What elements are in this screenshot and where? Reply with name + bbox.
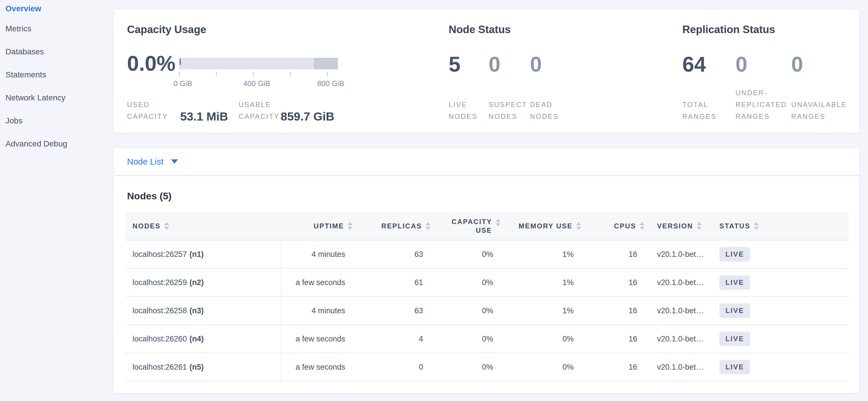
node-status-stat: 0SUSPECTNODES bbox=[489, 54, 530, 122]
table-row: localhost:26257(n1)4 minutes630%1%16v20.… bbox=[126, 240, 848, 268]
capacity-axis-label: 400 GiB bbox=[243, 79, 270, 88]
memory-use-cell: 0% bbox=[509, 353, 587, 381]
nodes-count-title: Nodes (5) bbox=[114, 176, 859, 202]
column-header-capacity-use[interactable]: CAPACITYUSE bbox=[434, 212, 509, 240]
sort-down-icon bbox=[576, 227, 581, 230]
sort-icon[interactable] bbox=[347, 222, 353, 230]
capacity-use-cell: 0% bbox=[434, 296, 509, 325]
memory-use-cell: 1% bbox=[509, 268, 587, 296]
node-address-cell[interactable]: localhost:26258(n3) bbox=[126, 296, 281, 325]
node-address-cell[interactable]: localhost:26261(n5) bbox=[126, 353, 281, 381]
column-header-nodes[interactable]: NODES bbox=[126, 212, 281, 240]
node-address-cell[interactable]: localhost:26257(n1) bbox=[126, 240, 281, 268]
node-list-selector-card: Node List bbox=[114, 148, 860, 175]
node-address-cell[interactable]: localhost:26259(n2) bbox=[126, 268, 281, 296]
replication-stat-value: 0 bbox=[736, 54, 791, 75]
capacity-used-marker bbox=[180, 59, 181, 65]
caret-down-icon[interactable] bbox=[171, 160, 178, 164]
cpus-cell: 16 bbox=[587, 296, 648, 325]
sort-icon[interactable] bbox=[754, 222, 759, 230]
column-header-inner: CPUS bbox=[587, 222, 645, 230]
node-address: localhost:26257 bbox=[132, 250, 187, 259]
column-header-memory-use[interactable]: MEMORY USE bbox=[509, 212, 587, 240]
replicas-cell: 63 bbox=[355, 296, 434, 325]
memory-use-cell: 1% bbox=[509, 240, 587, 268]
node-list-dropdown[interactable]: Node List bbox=[127, 157, 163, 167]
status-badge: LIVE bbox=[719, 304, 750, 318]
sort-icon[interactable] bbox=[640, 222, 645, 230]
sidebar-item-jobs[interactable]: Jobs bbox=[0, 109, 109, 132]
capacity-stat-value: 859.7 GiB bbox=[281, 110, 334, 123]
column-header-replicas[interactable]: REPLICAS bbox=[355, 212, 434, 240]
cpus-cell: 16 bbox=[587, 240, 648, 268]
version-cell: v20.1.0-bet… bbox=[648, 268, 713, 296]
replication-stat-label: TOTALRANGES bbox=[682, 99, 736, 122]
sort-down-icon bbox=[754, 227, 759, 230]
status-cell: LIVE bbox=[713, 325, 848, 353]
node-status-stat-label: LIVENODES bbox=[449, 99, 489, 122]
sidebar-item-databases[interactable]: Databases bbox=[0, 40, 109, 63]
stat-label-line: NODES bbox=[489, 111, 530, 122]
node-address-cell[interactable]: localhost:26260(n4) bbox=[126, 325, 281, 353]
sort-down-icon bbox=[697, 227, 702, 230]
uptime-cell: 4 minutes bbox=[281, 296, 355, 325]
sort-icon[interactable] bbox=[576, 222, 581, 230]
replication-stat: 0UNAVAILABLERANGES bbox=[791, 54, 868, 122]
table-row: localhost:26260(n4)a few seconds40%0%16v… bbox=[126, 325, 848, 353]
status-cell: LIVE bbox=[713, 296, 848, 325]
stat-label-line: NODES bbox=[530, 111, 605, 122]
column-header-label: VERSION bbox=[657, 222, 693, 230]
sidebar-item-overview[interactable]: Overview bbox=[0, 0, 109, 17]
sort-icon[interactable] bbox=[164, 222, 169, 230]
node-id: (n2) bbox=[189, 278, 204, 287]
capacity-use-cell: 0% bbox=[434, 325, 509, 353]
column-header-inner: STATUS bbox=[719, 222, 848, 230]
column-header-status[interactable]: STATUS bbox=[713, 212, 848, 240]
sort-down-icon bbox=[164, 227, 169, 230]
sort-down-icon bbox=[425, 227, 431, 230]
sort-icon[interactable] bbox=[496, 219, 501, 226]
capacity-usage-bar bbox=[179, 58, 338, 69]
replicas-cell: 4 bbox=[355, 325, 434, 353]
sort-down-icon bbox=[640, 227, 645, 230]
table-row: localhost:26259(n2)a few seconds610%1%16… bbox=[126, 268, 848, 296]
sidebar-item-statements[interactable]: Statements bbox=[0, 63, 109, 86]
node-status-stat: 0DEADNODES bbox=[530, 54, 605, 122]
nodes-table: NODESUPTIMEREPLICASCAPACITYUSEMEMORY USE… bbox=[126, 212, 848, 381]
stat-label-line: CAPACITY bbox=[239, 111, 281, 122]
capacity-stats: USEDCAPACITY53.1 MiBUSABLECAPACITY859.7 … bbox=[127, 99, 334, 122]
node-address: localhost:26259 bbox=[132, 278, 187, 287]
capacity-use-cell: 0% bbox=[434, 268, 509, 296]
column-header-label-line: USE bbox=[452, 226, 492, 235]
table-row: localhost:26258(n3)4 minutes630%1%16v20.… bbox=[126, 296, 848, 325]
capacity-used-percent: 0.0% bbox=[127, 53, 176, 74]
sort-icon[interactable] bbox=[425, 222, 431, 230]
column-header-label-line: REPLICAS bbox=[381, 222, 422, 230]
capacity-stat-value: 53.1 MiB bbox=[180, 110, 228, 123]
capacity-use-cell: 0% bbox=[434, 353, 509, 381]
status-cell: LIVE bbox=[713, 268, 848, 296]
column-header-inner: MEMORY USE bbox=[509, 222, 581, 230]
sidebar-item-network-latency[interactable]: Network Latency bbox=[0, 86, 109, 109]
replication-stat-label: UNAVAILABLERANGES bbox=[791, 99, 868, 122]
sort-icon[interactable] bbox=[697, 222, 702, 230]
sort-up-icon bbox=[640, 222, 645, 225]
column-header-inner: UPTIME bbox=[281, 222, 353, 230]
sidebar-item-advanced-debug[interactable]: Advanced Debug bbox=[0, 132, 109, 155]
stat-label-line: LIVE bbox=[449, 99, 489, 111]
replication-stat-label: UNDER-REPLICATEDRANGES bbox=[736, 87, 791, 122]
node-id: (n1) bbox=[189, 250, 204, 259]
column-header-cpus[interactable]: CPUS bbox=[587, 212, 648, 240]
column-header-uptime[interactable]: UPTIME bbox=[281, 212, 355, 240]
cpus-cell: 16 bbox=[587, 325, 648, 353]
sidebar-item-metrics[interactable]: Metrics bbox=[0, 17, 109, 40]
column-header-version[interactable]: VERSION bbox=[648, 212, 713, 240]
version-cell: v20.1.0-bet… bbox=[648, 325, 713, 353]
stat-label-line: NODES bbox=[449, 111, 489, 122]
version-cell: v20.1.0-bet… bbox=[648, 353, 713, 381]
column-header-label: CAPACITYUSE bbox=[452, 218, 492, 235]
node-address: localhost:26258 bbox=[132, 306, 187, 315]
node-status-stat-label: DEADNODES bbox=[530, 99, 605, 122]
sort-up-icon bbox=[576, 222, 581, 225]
stat-label-line: UNAVAILABLE bbox=[791, 99, 868, 111]
